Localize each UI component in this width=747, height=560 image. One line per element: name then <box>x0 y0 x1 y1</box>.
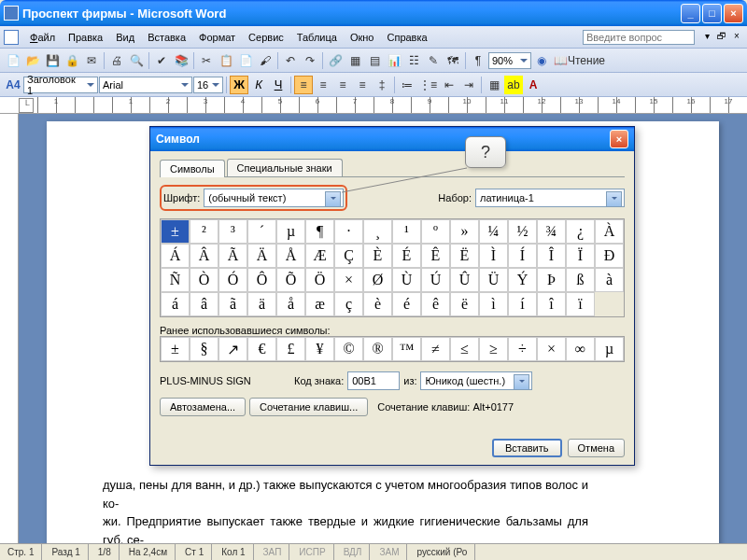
tab-symbols[interactable]: Символы <box>160 160 225 177</box>
symbol-cell[interactable]: Ù <box>392 268 421 292</box>
symbol-cell[interactable]: é <box>392 292 421 316</box>
ask-a-question[interactable] <box>583 30 695 45</box>
recent-symbol-cell[interactable]: ® <box>363 337 392 361</box>
link-button[interactable]: 🔗 <box>326 51 345 70</box>
recent-symbol-cell[interactable]: © <box>334 337 363 361</box>
insert-table-button[interactable]: ▤ <box>365 51 384 70</box>
symbol-cell[interactable]: ç <box>334 292 363 316</box>
dialog-titlebar[interactable]: Символ × <box>150 127 634 151</box>
recent-symbol-cell[interactable]: € <box>247 337 276 361</box>
symbol-cell[interactable]: Ë <box>450 244 479 268</box>
symbol-cell[interactable]: Â <box>190 244 218 268</box>
symbol-cell[interactable]: Í <box>508 244 537 268</box>
dropdown-icon[interactable]: ▾ <box>700 31 713 44</box>
symbol-cell[interactable]: ¸ <box>363 219 392 244</box>
paste-button[interactable]: 📄 <box>236 51 255 70</box>
symbol-cell[interactable]: ë <box>450 292 479 316</box>
bulleted-list-button[interactable]: ⋮≡ <box>417 76 439 94</box>
redo-button[interactable]: ↷ <box>301 51 319 70</box>
underline-button[interactable]: Ч <box>269 76 288 94</box>
recent-symbol-cell[interactable]: £ <box>276 337 305 361</box>
status-ovr[interactable]: ЗАМ <box>372 544 407 560</box>
status-rec[interactable]: ЗАП <box>256 544 290 560</box>
recent-symbol-cell[interactable]: § <box>190 337 218 361</box>
symbol-cell[interactable]: Ô <box>247 268 276 292</box>
from-combo[interactable]: Юникод (шестн.) <box>420 371 532 390</box>
recent-symbol-cell[interactable]: ≠ <box>421 337 450 361</box>
help-button[interactable]: ◉ <box>532 51 551 70</box>
symbol-cell[interactable]: ì <box>479 292 508 316</box>
cut-button[interactable]: ✂ <box>197 51 216 70</box>
symbol-cell[interactable]: Þ <box>537 268 566 292</box>
symbol-cell[interactable]: å <box>276 292 305 316</box>
symbol-cell[interactable]: á <box>161 292 190 316</box>
symbol-cell[interactable]: Ñ <box>161 268 190 292</box>
tab-selector[interactable]: └ <box>19 98 34 113</box>
symbol-cell[interactable]: Ó <box>218 268 247 292</box>
symbol-cell[interactable]: Ì <box>479 244 508 268</box>
symbol-cell[interactable]: ¼ <box>479 219 508 244</box>
shortcut-button[interactable]: Сочетание клавиш... <box>249 398 368 416</box>
columns-button[interactable]: ☷ <box>404 51 423 70</box>
drawing-button[interactable]: ✎ <box>424 51 443 70</box>
align-left-button[interactable]: ≡ <box>294 76 313 94</box>
format-painter-button[interactable]: 🖌 <box>256 51 275 70</box>
spell-button[interactable]: ✔ <box>152 51 171 70</box>
symbol-cell[interactable]: î <box>537 292 566 316</box>
numbered-list-button[interactable]: ≔ <box>398 76 416 94</box>
styles-pane-button[interactable]: A4 <box>4 76 22 94</box>
menu-format[interactable]: Формат <box>193 30 241 45</box>
research-button[interactable]: 📚 <box>172 51 190 70</box>
print-button[interactable]: 🖨 <box>107 51 126 70</box>
recent-symbol-cell[interactable]: ↗ <box>218 337 247 361</box>
reading-button[interactable]: 📖 Чтение <box>552 51 607 70</box>
open-button[interactable]: 📂 <box>23 51 42 70</box>
symbol-cell[interactable]: Ò <box>190 268 218 292</box>
excel-button[interactable]: 📊 <box>385 51 403 70</box>
symbol-cell[interactable]: Ç <box>334 244 363 268</box>
show-marks-button[interactable]: ¶ <box>469 51 487 70</box>
symbol-cell[interactable]: Ø <box>363 268 392 292</box>
align-center-button[interactable]: ≡ <box>314 76 332 94</box>
justify-button[interactable]: ≡ <box>353 76 372 94</box>
menu-file[interactable]: Файл <box>24 30 61 45</box>
save-button[interactable]: 💾 <box>43 51 62 70</box>
font-combo[interactable]: Arial <box>99 77 192 93</box>
symbol-cell[interactable]: Å <box>276 244 305 268</box>
recent-symbol-cell[interactable]: ¥ <box>305 337 334 361</box>
outdent-button[interactable]: ⇤ <box>440 76 458 94</box>
restore-doc-button[interactable]: 🗗 <box>715 31 728 44</box>
docmap-button[interactable]: 🗺 <box>444 51 462 70</box>
style-combo[interactable]: Заголовок 1 <box>23 77 98 93</box>
symbol-cell[interactable]: ± <box>161 219 190 244</box>
recent-symbol-cell[interactable]: ≥ <box>479 337 508 361</box>
symbol-cell[interactable]: Ú <box>421 268 450 292</box>
symbol-cell[interactable]: ² <box>190 219 218 244</box>
symbol-cell[interactable]: ¶ <box>305 219 334 244</box>
close-doc-button[interactable]: × <box>730 31 743 44</box>
symbol-cell[interactable]: Û <box>450 268 479 292</box>
close-button[interactable]: × <box>724 4 743 23</box>
symbol-cell[interactable]: º <box>421 219 450 244</box>
symbol-cell[interactable]: Ï <box>566 244 595 268</box>
menu-help[interactable]: Справка <box>381 30 432 45</box>
menu-view[interactable]: Вид <box>110 30 140 45</box>
minimize-button[interactable]: _ <box>681 4 700 23</box>
status-trk[interactable]: ИСПР <box>291 544 333 560</box>
dialog-close-button[interactable]: × <box>610 130 628 148</box>
status-lang[interactable]: русский (Ро <box>409 544 475 560</box>
symbol-cell[interactable]: ß <box>566 268 595 292</box>
symbol-cell[interactable]: Ä <box>247 244 276 268</box>
symbol-cell[interactable]: À <box>595 219 624 244</box>
symbol-cell[interactable]: ê <box>421 292 450 316</box>
highlight-button[interactable]: ab <box>504 76 523 94</box>
italic-button[interactable]: К <box>249 76 268 94</box>
symbol-cell[interactable]: ¹ <box>392 219 421 244</box>
copy-button[interactable]: 📋 <box>217 51 235 70</box>
symbol-cell[interactable]: » <box>450 219 479 244</box>
horizontal-ruler[interactable]: └ 11234567891011121314151617 <box>0 97 747 114</box>
symbol-cell[interactable]: Ý <box>508 268 537 292</box>
symbol-cell[interactable]: ¿ <box>566 219 595 244</box>
tables-button[interactable]: ▦ <box>345 51 364 70</box>
symbol-cell[interactable]: µ <box>276 219 305 244</box>
